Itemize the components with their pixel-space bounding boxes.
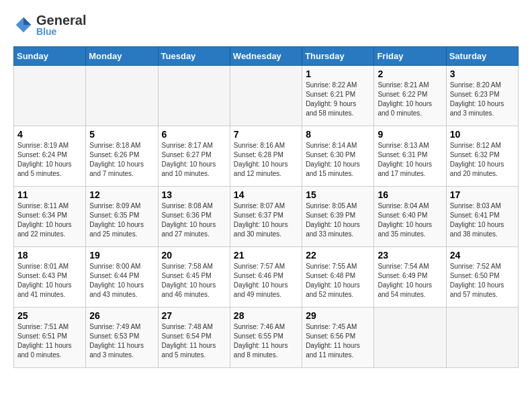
day-number: 9 (378, 129, 442, 140)
calendar-cell: 12Sunrise: 8:09 AM Sunset: 6:35 PM Dayli… (86, 187, 158, 247)
calendar-header-wednesday: Wednesday (230, 47, 302, 66)
day-info: Sunrise: 7:51 AM Sunset: 6:51 PM Dayligh… (17, 322, 82, 360)
calendar-header-friday: Friday (374, 47, 446, 66)
calendar-cell: 6Sunrise: 8:17 AM Sunset: 6:27 PM Daylig… (158, 126, 230, 187)
calendar-header-row: SundayMondayTuesdayWednesdayThursdayFrid… (14, 47, 519, 66)
calendar-cell: 29Sunrise: 7:45 AM Sunset: 6:56 PM Dayli… (302, 308, 374, 368)
day-info: Sunrise: 8:13 AM Sunset: 6:31 PM Dayligh… (378, 141, 442, 179)
day-number: 11 (17, 189, 82, 200)
day-info: Sunrise: 8:11 AM Sunset: 6:34 PM Dayligh… (17, 201, 82, 239)
day-info: Sunrise: 7:58 AM Sunset: 6:45 PM Dayligh… (162, 262, 226, 300)
day-number: 27 (162, 310, 226, 321)
day-number: 22 (306, 250, 370, 261)
day-number: 17 (450, 189, 515, 200)
day-info: Sunrise: 8:04 AM Sunset: 6:40 PM Dayligh… (378, 201, 442, 239)
calendar-week-5: 25Sunrise: 7:51 AM Sunset: 6:51 PM Dayli… (14, 308, 519, 368)
calendar-cell: 10Sunrise: 8:12 AM Sunset: 6:32 PM Dayli… (446, 126, 518, 187)
day-number: 14 (234, 189, 298, 200)
logo-text: General Blue (36, 13, 86, 36)
day-number: 6 (162, 129, 226, 140)
day-info: Sunrise: 8:22 AM Sunset: 6:21 PM Dayligh… (306, 81, 370, 118)
day-info: Sunrise: 7:49 AM Sunset: 6:53 PM Dayligh… (89, 322, 154, 360)
day-info: Sunrise: 8:18 AM Sunset: 6:26 PM Dayligh… (89, 141, 154, 179)
calendar-cell: 25Sunrise: 7:51 AM Sunset: 6:51 PM Dayli… (14, 308, 86, 368)
calendar-cell (374, 308, 446, 368)
svg-marker-1 (24, 17, 31, 25)
day-number: 24 (450, 250, 515, 261)
day-info: Sunrise: 8:20 AM Sunset: 6:23 PM Dayligh… (450, 81, 515, 118)
day-number: 8 (306, 129, 370, 140)
day-info: Sunrise: 7:46 AM Sunset: 6:55 PM Dayligh… (234, 322, 298, 360)
calendar-cell: 21Sunrise: 7:57 AM Sunset: 6:46 PM Dayli… (230, 247, 302, 308)
calendar-cell: 20Sunrise: 7:58 AM Sunset: 6:45 PM Dayli… (158, 247, 230, 308)
calendar-header-saturday: Saturday (446, 47, 518, 66)
day-number: 29 (306, 310, 370, 321)
logo: General Blue (13, 13, 86, 36)
day-info: Sunrise: 8:14 AM Sunset: 6:30 PM Dayligh… (306, 141, 370, 179)
calendar-cell: 8Sunrise: 8:14 AM Sunset: 6:30 PM Daylig… (302, 126, 374, 187)
day-info: Sunrise: 8:03 AM Sunset: 6:41 PM Dayligh… (450, 201, 515, 239)
calendar-cell: 16Sunrise: 8:04 AM Sunset: 6:40 PM Dayli… (374, 187, 446, 247)
calendar-cell: 1Sunrise: 8:22 AM Sunset: 6:21 PM Daylig… (302, 66, 374, 126)
page-header: General Blue (13, 13, 519, 36)
day-number: 1 (306, 68, 370, 79)
calendar-cell: 4Sunrise: 8:19 AM Sunset: 6:24 PM Daylig… (14, 126, 86, 187)
calendar-cell: 24Sunrise: 7:52 AM Sunset: 6:50 PM Dayli… (446, 247, 518, 308)
calendar-cell (14, 66, 86, 126)
calendar-header-sunday: Sunday (14, 47, 86, 66)
day-info: Sunrise: 8:16 AM Sunset: 6:28 PM Dayligh… (234, 141, 298, 179)
calendar-cell: 26Sunrise: 7:49 AM Sunset: 6:53 PM Dayli… (86, 308, 158, 368)
calendar-header-monday: Monday (86, 47, 158, 66)
logo-icon (13, 15, 34, 35)
day-info: Sunrise: 8:01 AM Sunset: 6:43 PM Dayligh… (17, 262, 82, 300)
day-number: 5 (89, 129, 154, 140)
calendar-week-1: 1Sunrise: 8:22 AM Sunset: 6:21 PM Daylig… (14, 66, 519, 126)
day-info: Sunrise: 8:19 AM Sunset: 6:24 PM Dayligh… (17, 141, 82, 179)
calendar-week-3: 11Sunrise: 8:11 AM Sunset: 6:34 PM Dayli… (14, 187, 519, 247)
day-number: 18 (17, 250, 82, 261)
calendar-cell: 19Sunrise: 8:00 AM Sunset: 6:44 PM Dayli… (86, 247, 158, 308)
calendar-header-tuesday: Tuesday (158, 47, 230, 66)
day-number: 15 (306, 189, 370, 200)
day-info: Sunrise: 8:21 AM Sunset: 6:22 PM Dayligh… (378, 81, 442, 118)
calendar-cell: 9Sunrise: 8:13 AM Sunset: 6:31 PM Daylig… (374, 126, 446, 187)
calendar-cell: 23Sunrise: 7:54 AM Sunset: 6:49 PM Dayli… (374, 247, 446, 308)
day-number: 21 (234, 250, 298, 261)
day-info: Sunrise: 8:09 AM Sunset: 6:35 PM Dayligh… (89, 201, 154, 239)
calendar-week-4: 18Sunrise: 8:01 AM Sunset: 6:43 PM Dayli… (14, 247, 519, 308)
calendar-cell: 15Sunrise: 8:05 AM Sunset: 6:39 PM Dayli… (302, 187, 374, 247)
day-number: 23 (378, 250, 442, 261)
day-number: 2 (378, 68, 442, 79)
calendar-table: SundayMondayTuesdayWednesdayThursdayFrid… (13, 46, 519, 368)
calendar-cell: 27Sunrise: 7:48 AM Sunset: 6:54 PM Dayli… (158, 308, 230, 368)
day-info: Sunrise: 8:07 AM Sunset: 6:37 PM Dayligh… (234, 201, 298, 239)
day-info: Sunrise: 8:00 AM Sunset: 6:44 PM Dayligh… (89, 262, 154, 300)
day-number: 7 (234, 129, 298, 140)
day-number: 28 (234, 310, 298, 321)
calendar-week-2: 4Sunrise: 8:19 AM Sunset: 6:24 PM Daylig… (14, 126, 519, 187)
day-number: 3 (450, 68, 515, 79)
calendar-cell: 7Sunrise: 8:16 AM Sunset: 6:28 PM Daylig… (230, 126, 302, 187)
calendar-cell: 18Sunrise: 8:01 AM Sunset: 6:43 PM Dayli… (14, 247, 86, 308)
day-info: Sunrise: 8:17 AM Sunset: 6:27 PM Dayligh… (162, 141, 226, 179)
calendar-cell: 14Sunrise: 8:07 AM Sunset: 6:37 PM Dayli… (230, 187, 302, 247)
calendar-cell: 22Sunrise: 7:55 AM Sunset: 6:48 PM Dayli… (302, 247, 374, 308)
calendar-cell: 5Sunrise: 8:18 AM Sunset: 6:26 PM Daylig… (86, 126, 158, 187)
day-info: Sunrise: 8:08 AM Sunset: 6:36 PM Dayligh… (162, 201, 226, 239)
day-info: Sunrise: 7:45 AM Sunset: 6:56 PM Dayligh… (306, 322, 370, 360)
day-number: 12 (89, 189, 154, 200)
calendar-cell (230, 66, 302, 126)
day-info: Sunrise: 7:48 AM Sunset: 6:54 PM Dayligh… (162, 322, 226, 360)
day-number: 10 (450, 129, 515, 140)
calendar-cell: 2Sunrise: 8:21 AM Sunset: 6:22 PM Daylig… (374, 66, 446, 126)
day-info: Sunrise: 8:05 AM Sunset: 6:39 PM Dayligh… (306, 201, 370, 239)
calendar-cell: 17Sunrise: 8:03 AM Sunset: 6:41 PM Dayli… (446, 187, 518, 247)
day-info: Sunrise: 7:57 AM Sunset: 6:46 PM Dayligh… (234, 262, 298, 300)
day-number: 26 (89, 310, 154, 321)
calendar-cell (446, 308, 518, 368)
calendar-header-thursday: Thursday (302, 47, 374, 66)
day-number: 19 (89, 250, 154, 261)
calendar-cell: 13Sunrise: 8:08 AM Sunset: 6:36 PM Dayli… (158, 187, 230, 247)
calendar-cell: 3Sunrise: 8:20 AM Sunset: 6:23 PM Daylig… (446, 66, 518, 126)
day-number: 4 (17, 129, 82, 140)
